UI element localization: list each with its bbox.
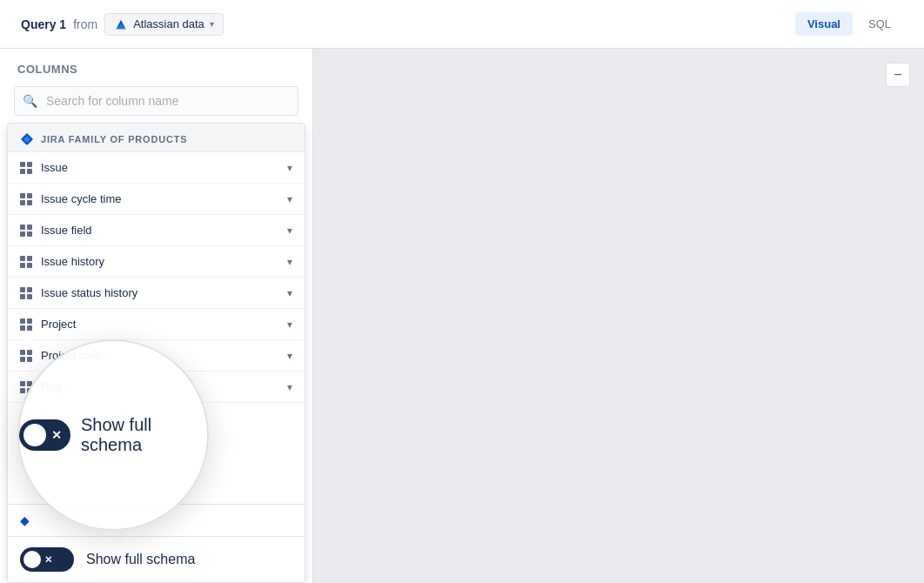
svg-rect-17: [27, 287, 32, 292]
magnifier-toggle[interactable]: ✕: [19, 419, 70, 451]
grid-icon-project: [20, 318, 32, 331]
svg-rect-22: [20, 325, 25, 331]
grid-icon-issue-history: [20, 256, 32, 268]
chevron-down-icon-issue-cycle-time: ▾: [287, 193, 292, 205]
svg-rect-26: [20, 357, 25, 362]
atlassian-label: Atlassian data: [133, 17, 204, 30]
magnifier-toggle-knob: [23, 424, 46, 446]
atlassian-logo-icon: [114, 17, 128, 31]
svg-rect-10: [20, 231, 25, 237]
svg-rect-15: [27, 263, 32, 268]
svg-rect-8: [20, 224, 25, 230]
menu-item-project-label: Project: [41, 318, 76, 331]
svg-rect-5: [27, 193, 32, 198]
svg-rect-0: [20, 162, 25, 167]
svg-rect-18: [20, 294, 25, 299]
svg-rect-23: [27, 325, 32, 331]
chevron-down-icon-project-version: ▾: [287, 381, 292, 393]
chevron-down-icon-issue-field: ▾: [287, 224, 292, 237]
main-content: Columns 🔍 JIRA FAMILY OF PRODUCTS: [0, 49, 924, 583]
toggle-area: ✕ Show full schema: [8, 536, 305, 582]
right-panel: −: [313, 49, 924, 583]
data-source-selector[interactable]: Atlassian data ▾: [104, 13, 224, 36]
menu-item-issue-field-label: Issue field: [41, 224, 92, 237]
toggle-knob: [23, 551, 41, 568]
chevron-down-icon-issue: ▾: [287, 162, 292, 174]
show-full-schema-label: Show full schema: [86, 552, 195, 567]
svg-rect-27: [27, 357, 32, 362]
grid-icon-issue-field: [20, 224, 32, 237]
search-icon: 🔍: [23, 94, 37, 108]
svg-rect-6: [20, 200, 25, 205]
chevron-down-icon-project: ▾: [287, 318, 292, 331]
menu-item-issue-cycle-time-label: Issue cycle time: [41, 192, 121, 205]
svg-rect-11: [27, 231, 32, 237]
tab-visual[interactable]: Visual: [795, 12, 853, 36]
datasource-chevron-icon: ▾: [210, 19, 214, 29]
svg-rect-21: [27, 318, 32, 324]
magnifier-toggle-label: Show full schema: [81, 415, 207, 455]
menu-item-project[interactable]: Project ▾: [8, 309, 305, 340]
svg-rect-19: [27, 294, 32, 299]
search-input[interactable]: [14, 86, 298, 116]
query-title: Query 1: [21, 17, 66, 31]
magnifier-overlay: ✕ Show full schema: [17, 339, 209, 531]
view-tabs: Visual SQL: [795, 12, 903, 36]
chevron-down-icon-issue-history: ▾: [287, 256, 292, 268]
columns-header: Columns: [0, 49, 312, 86]
svg-rect-24: [20, 350, 25, 355]
menu-item-issue-field[interactable]: Issue field ▾: [8, 215, 305, 246]
svg-rect-2: [20, 169, 25, 174]
jira-category-icon: [20, 132, 34, 146]
magnifier-content: ✕ Show full schema: [19, 415, 207, 455]
svg-rect-1: [27, 162, 32, 167]
toggle-x-icon: ✕: [44, 554, 52, 566]
svg-rect-4: [20, 193, 25, 198]
svg-rect-12: [20, 256, 25, 261]
grid-icon-issue-status-history: [20, 287, 32, 299]
svg-rect-30: [20, 388, 25, 393]
search-box: 🔍: [14, 86, 298, 116]
menu-item-issue-history[interactable]: Issue history ▾: [8, 246, 305, 278]
svg-rect-13: [27, 256, 32, 261]
svg-rect-28: [20, 381, 25, 386]
svg-rect-16: [20, 287, 25, 292]
top-bar-left: Query 1 from Atlassian data ▾: [21, 13, 224, 36]
magnifier-x-icon: ✕: [51, 428, 62, 442]
collapse-button[interactable]: −: [886, 63, 910, 87]
svg-rect-9: [27, 224, 32, 230]
diamond-icon: ◆: [20, 513, 30, 527]
menu-item-issue[interactable]: Issue ▾: [8, 152, 305, 184]
tab-sql[interactable]: SQL: [856, 12, 903, 36]
svg-rect-25: [27, 350, 32, 355]
from-text: from: [73, 17, 97, 31]
category-header: JIRA FAMILY OF PRODUCTS: [8, 124, 305, 152]
menu-item-issue-status-history[interactable]: Issue status history ▾: [8, 278, 305, 309]
chevron-down-icon-project-component: ▾: [287, 350, 292, 362]
grid-icon-issue-cycle-time: [20, 193, 32, 205]
chevron-down-icon-issue-status-history: ▾: [287, 287, 292, 299]
category-label: JIRA FAMILY OF PRODUCTS: [41, 134, 187, 144]
menu-item-issue-cycle-time[interactable]: Issue cycle time ▾: [8, 184, 305, 215]
minus-icon: −: [894, 67, 901, 83]
svg-rect-7: [27, 200, 32, 205]
grid-icon-issue: [20, 162, 32, 174]
menu-item-issue-history-label: Issue history: [41, 255, 104, 268]
menu-item-issue-status-history-label: Issue status history: [41, 286, 137, 299]
svg-rect-20: [20, 318, 25, 324]
menu-item-issue-label: Issue: [41, 161, 68, 174]
svg-rect-14: [20, 263, 25, 268]
top-bar: Query 1 from Atlassian data ▾ Visual SQL: [0, 0, 924, 49]
svg-rect-3: [27, 169, 32, 174]
show-full-schema-toggle[interactable]: ✕: [20, 547, 74, 572]
grid-icon-project-component: [20, 350, 32, 362]
